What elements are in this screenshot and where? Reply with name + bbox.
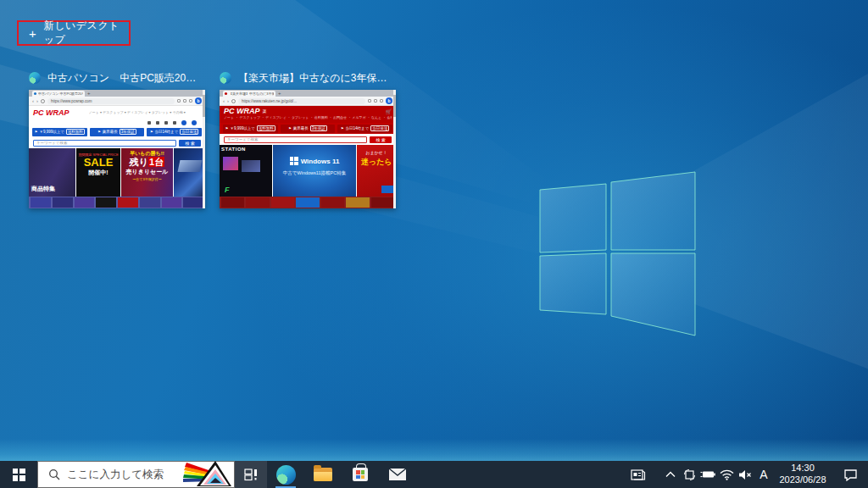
flag-icon: ⚑ [341,126,344,130]
news-and-interests-button[interactable] [629,461,648,488]
site-logo: PC WRAP [33,108,70,117]
banner-badge: 送料無料 [257,125,275,131]
site-logo: PC WRAP [224,107,260,115]
window-thumbnail-pcwrap[interactable]: 中古パソコン 中古PC販売20年以... 中古パソコン 中古PC販売20年...… [29,71,205,208]
tab-title: 【楽天市場】中古なのに3年保... [229,92,274,96]
wifi-tray-button[interactable] [717,461,736,488]
tab-title: 中古パソコン 中古PC販売20年... [38,92,83,96]
promo-sub-text: 開催中! [76,169,120,177]
site-search-input: キーワードで検索 [33,140,176,147]
ime-indicator[interactable]: A [754,461,773,488]
browser-tab: 中古パソコン 中古PC販売20年... [32,91,85,97]
window-thumbnail-rakuten[interactable]: 【楽天市場】中古なのに3年保証！楽... 【楽天市場】中古なのに3年保... +… [220,71,396,208]
new-desktop-button[interactable]: + 新しいデスクトップ [19,22,129,44]
page-scrollbar[interactable] [393,90,396,208]
back-icon: ‹ [32,98,34,103]
extensions-icon [368,99,371,103]
forward-icon: › [227,98,229,103]
mini-thumbnail [118,197,138,208]
volume-tray-button[interactable] [736,461,754,488]
favicon [225,92,227,95]
file-explorer-button[interactable] [304,461,342,488]
wifi-icon [720,469,734,480]
cart-icon [181,120,186,125]
promo-banners: 商品特集 期間限定 SPECIAL PRICE SALE 開催中! 早いもの勝ち… [29,148,205,197]
window-snapshot[interactable]: 【楽天市場】中古なのに3年保... + ‹ › https://www.raku… [220,90,396,208]
windows-logo [0,0,868,461]
page-scrollbar[interactable] [203,90,205,208]
tablet-mode-tray-button[interactable] [680,461,698,488]
mini-thumbnail [31,197,51,208]
promo-featured: 商品特集 [29,148,75,197]
news-icon [631,469,646,481]
edge-taskbar-button[interactable] [267,461,304,488]
flag-icon: ⚑ [97,130,101,134]
banner-label: 業界最長 [103,130,118,134]
banner-same-day: ⚑ 当日14時まで 当日発送 [337,125,392,133]
search-icon [48,469,60,480]
flag-icon: ⚑ [225,126,229,130]
browser-tabstrip: 【楽天市場】中古なのに3年保... + [220,90,396,97]
taskbar: ここに入力して検索 [0,461,868,488]
window-thumbnails: 中古パソコン 中古PC販売20年以... 中古パソコン 中古PC販売20年...… [29,71,396,208]
desktop-wallpaper [0,0,868,461]
banner-badge: 当日発送 [180,129,198,135]
banner-label: 当日14時まで [155,130,179,134]
action-center-button[interactable] [841,461,860,488]
promo-big-text: 残り [130,157,148,167]
browser-toolbar: ‹ › https://www.rakuten.ne.jp/gold/... b [220,97,396,106]
cart-icon: 🛒 [386,108,392,114]
address-bar: https://www.rakuten.ne.jp/gold/... [238,98,365,104]
browser-toolbar: ‹ › https://www.pcwrap.com b [29,97,205,106]
tablet-rotation-icon [683,469,696,481]
promo-windows11: Windows 11 中古でWindows11搭載PC特集 [273,145,356,197]
site-banner-row: ⚑ ￥9,999以上で 送料無料 ⚑ 業界最長 3年保証 ⚑ 当日14時まで 当… [29,126,205,137]
task-view-screen: + 新しいデスクトップ 中古パソコン 中古PC販売20年以... 中古パソコン … [0,0,868,488]
window-title: 中古パソコン 中古PC販売20年以... [47,71,205,86]
battery-tray-button[interactable] [698,461,717,488]
promo-caption: 商品特集 [31,185,55,193]
start-button[interactable] [0,461,37,488]
task-view-button[interactable] [235,461,267,488]
favicon [34,92,36,95]
site-search-input: キーワードで検索 [224,136,367,143]
browser-tabstrip: 中古パソコン 中古PC販売20年... + [29,90,205,97]
mini-thumbnail-strip [29,197,205,208]
mail-button[interactable] [379,461,416,488]
promo-omakase: おまかせ！ 迷ったら [357,145,396,197]
mini-thumbnail [296,197,319,208]
site-banner-row: ⚑ ￥9,999以上で 送料無料 ⚑ 業界最長 3年保証 ⚑ 当日14時まで 当… [220,123,396,134]
banner-warranty: ⚑ 業界最長 3年保証 [90,128,145,136]
bing-chat-icon: b [386,97,392,104]
window-snapshot[interactable]: 中古パソコン 中古PC販売20年... + ‹ › https://www.pc… [29,90,205,208]
promo-line: 迷ったら [357,157,396,168]
address-bar: https://www.pcwrap.com [47,98,175,104]
new-tab-icon: + [278,91,281,97]
thumbnail-header: 【楽天市場】中古なのに3年保証！楽... [220,71,396,85]
site-search-button: 検 索 [370,136,392,143]
file-explorer-icon [314,468,332,481]
windows11-logo [290,157,298,165]
promo-sale: 期間限定 SPECIAL PRICE SALE 開催中! [76,148,120,197]
microsoft-store-button[interactable] [342,461,379,488]
menu-icon [164,121,168,125]
taskbar-search-box[interactable]: ここに入力して検索 [37,461,235,488]
mini-thumbnail [183,197,203,208]
promo-line: おまかせ！ [357,150,396,155]
settings-icon [189,99,192,103]
extensions-icon [177,99,181,103]
promo-big-number: 1台 [148,157,164,167]
promo-note: 〜全て3年保証付〜 [121,177,173,181]
promo-image [223,157,238,170]
banner-label: ￥9,999以上で [230,126,254,130]
site-search-row: キーワードで検索 検 索 [220,134,396,145]
promo-banners: STATION F Windows 11 中古でWindows11搭載PC特集 [220,145,396,197]
taskbar-clock[interactable]: 14:30 2023/06/28 [775,463,831,486]
show-hidden-icons-button[interactable] [661,461,680,488]
banner-label: 当日14時まで [346,126,370,130]
history-icon [156,121,159,125]
edge-icon [220,72,231,84]
site-header: PC WRAP ノート ▾ デスクトップ ▾ ディスプレイ ▾ タブレット ▾ … [29,106,205,119]
clock-date: 2023/06/28 [775,474,831,486]
mini-thumbnail [96,197,116,208]
